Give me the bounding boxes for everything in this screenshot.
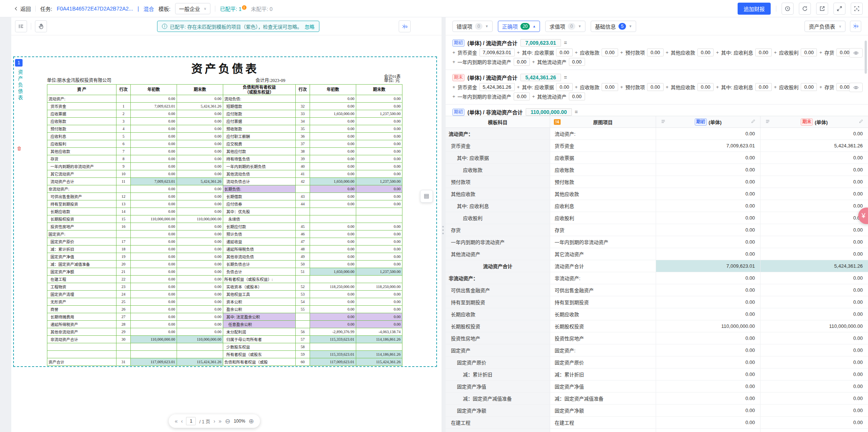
opening-value-cell[interactable]: 110,000,000.00 <box>656 320 761 332</box>
history-button[interactable] <box>782 3 794 15</box>
closing-value-cell[interactable]: 5,424,361.26 <box>761 140 868 152</box>
last-page-button[interactable]: » <box>219 418 222 424</box>
match-table-row[interactable]: 固定资产固定资产:0.000.00 <box>446 344 868 356</box>
match-table-row[interactable]: 应收账款应收账款0.000.00 <box>446 164 868 176</box>
operand-value[interactable]: 0.00 <box>697 83 714 91</box>
closing-value-cell[interactable]: 0.00 <box>761 356 868 368</box>
sheet-settings-button[interactable] <box>850 21 861 32</box>
opening-value-cell[interactable]: 0.00 <box>656 332 761 344</box>
opening-value-cell[interactable]: 0.00 <box>656 200 761 212</box>
match-table-row[interactable]: 固定资产净值固定资产净值0.000.00 <box>446 380 868 393</box>
closing-value-cell[interactable]: 0.00 <box>761 417 868 428</box>
operand-value[interactable]: 0.00 <box>801 49 817 56</box>
closing-value-cell[interactable]: 0.00 <box>761 152 868 164</box>
operand-value[interactable]: 0.00 <box>647 49 663 56</box>
opening-value-cell[interactable]: 0.00 <box>656 284 761 296</box>
opening-value-cell[interactable]: 0.00 <box>656 164 761 176</box>
focus-mode-button[interactable]: A <box>851 3 863 15</box>
match-table-row[interactable]: 其他流动资产其它流动资产0.000.00 <box>446 248 868 260</box>
operand-value[interactable]: 7,009,623.01 <box>479 49 515 56</box>
closing-value-cell[interactable]: 0.00 <box>761 200 868 212</box>
opening-value-cell[interactable]: 0.00 <box>656 356 761 368</box>
closing-value-cell[interactable]: 0.00 <box>761 164 868 176</box>
pan-tool-button[interactable] <box>35 20 47 32</box>
match-table-row[interactable]: 可供出售金融资产可供出售金融资产0.000.00 <box>446 284 868 296</box>
hamburger-icon[interactable] <box>661 119 666 125</box>
closing-value-cell[interactable]: 0.00 <box>761 188 868 200</box>
closing-value-cell[interactable]: 0.00 <box>761 368 868 380</box>
match-table-row[interactable]: 流动资产合计流动资产合计7,009,623.015,424,361.26 <box>446 260 868 272</box>
closing-value-cell[interactable]: 0.00 <box>761 284 868 296</box>
opening-value-cell[interactable]: 0.00 <box>656 236 761 248</box>
prev-page-button[interactable]: ‹ <box>181 418 183 424</box>
match-table-row[interactable]: 长期股权投资长期股权投资110,000,000.00110,000,000.00 <box>446 320 868 332</box>
fullscreen-button[interactable] <box>833 3 845 15</box>
operand-value[interactable]: 0.00 <box>556 49 572 56</box>
opening-value-cell[interactable]: 0.00 <box>656 393 761 404</box>
filter-button-求值项[interactable]: 求值项0▼ <box>545 21 585 32</box>
match-table-row[interactable]: 其他应收款其他应收款0.000.00 <box>446 188 868 200</box>
closing-value-cell[interactable]: 0.00 <box>761 393 868 404</box>
match-table-row[interactable]: 长期应收款长期应收款0.000.00 <box>446 308 868 320</box>
opening-value-cell[interactable]: 0.00 <box>656 429 761 432</box>
match-table-row[interactable]: 在建工程在建工程0.000.00 <box>446 417 868 429</box>
closing-value-cell[interactable]: 0.00 <box>761 332 868 344</box>
match-table-row[interactable]: 减：固定资产减值准备减：固定资产减值准备0.000.00 <box>446 393 868 405</box>
match-table-row[interactable]: 非流动资产：非流动资产:0.000.00 <box>446 272 868 284</box>
operand-value[interactable]: 0.00 <box>602 49 618 56</box>
opening-value-cell[interactable]: 0.00 <box>656 248 761 260</box>
closing-value-cell[interactable]: 0.00 <box>761 296 868 308</box>
operand-value[interactable]: 0.00 <box>569 92 585 100</box>
scrollbar-thumb[interactable] <box>865 41 867 74</box>
operand-value[interactable]: 5,424,361.26 <box>479 83 515 91</box>
match-table-row[interactable]: 其中: 应收利息应收利息0.000.00 <box>446 200 868 212</box>
opening-value-cell[interactable]: 0.00 <box>656 128 761 139</box>
operand-value[interactable]: 0.00 <box>697 49 714 56</box>
page-input[interactable] <box>186 417 196 425</box>
filter-button-基础信息[interactable]: 基础信息5▼ <box>591 21 636 32</box>
refresh-button[interactable] <box>799 3 811 15</box>
match-table-row[interactable]: 应收股利应收股利0.000.00 <box>446 212 868 224</box>
formula-total-value[interactable]: 110,000,000.00 <box>526 108 572 116</box>
match-table-row[interactable]: 其中: 应收票据应收票据0.000.00 <box>446 152 868 164</box>
append-report-button[interactable]: 追加财报 <box>738 3 771 15</box>
closing-value-cell[interactable]: 0.00 <box>761 212 868 224</box>
operand-value[interactable]: 0.00 <box>801 83 817 91</box>
opening-value-cell[interactable]: 0.00 <box>656 405 761 416</box>
template-select[interactable]: 一般企业 ∨ <box>175 3 211 14</box>
operand-value[interactable]: 0.00 <box>602 83 618 91</box>
pencil-icon[interactable] <box>751 119 756 125</box>
opening-value-cell[interactable]: 0.00 <box>656 212 761 224</box>
closing-value-cell[interactable]: 0.00 <box>761 236 868 248</box>
filter-button-错误项[interactable]: 错误项0▼ <box>452 21 493 32</box>
closing-value-cell[interactable]: 0.00 <box>761 128 868 139</box>
next-page-button[interactable]: › <box>213 418 215 424</box>
operand-value[interactable]: 0.00 <box>556 83 572 91</box>
closing-value-cell[interactable]: 0.00 <box>761 308 868 320</box>
eye-button[interactable] <box>849 48 863 58</box>
zoom-in-button[interactable]: ⊕ <box>249 418 254 424</box>
opening-value-cell[interactable]: 0.00 <box>656 224 761 236</box>
opening-value-cell[interactable]: 0.00 <box>656 417 761 428</box>
eye-button[interactable] <box>849 83 863 92</box>
zoom-out-button[interactable]: ⊖ <box>225 418 230 424</box>
filter-button-正确项[interactable]: 正确项20▲ <box>498 21 540 32</box>
match-table-row[interactable]: 减：累计折旧减：累计折旧0.000.00 <box>446 368 868 380</box>
operand-value[interactable]: 0.00 <box>569 58 585 66</box>
grid-view-button[interactable] <box>420 190 433 203</box>
match-table-row[interactable]: 货币资金货币资金7,009,623.015,424,361.26 <box>446 140 868 152</box>
operand-value[interactable]: 0.00 <box>755 83 771 91</box>
match-table-row[interactable]: 存货存货0.000.00 <box>446 224 868 236</box>
opening-value-cell[interactable]: 7,009,623.01 <box>656 260 761 272</box>
match-table-row[interactable]: 预付款项预付账款0.000.00 <box>446 176 868 188</box>
closing-value-cell[interactable]: 0.00 <box>761 344 868 356</box>
match-table-row[interactable]: 一年内到期的非流动资产一年内到期的非流动资产0.000.00 <box>446 236 868 248</box>
opening-value-cell[interactable]: 7,009,623.01 <box>656 140 761 152</box>
sheet-select[interactable]: 资产负债表 ∨ <box>804 21 845 32</box>
opening-value-cell[interactable]: 0.00 <box>656 380 761 392</box>
first-page-button[interactable]: « <box>175 418 178 424</box>
opening-value-cell[interactable]: 0.00 <box>656 308 761 320</box>
outline-toggle-button[interactable] <box>15 20 27 32</box>
match-table-row[interactable]: 固定资产净额固定资产净额0.000.00 <box>446 405 868 417</box>
operand-value[interactable]: 0.00 <box>514 58 530 66</box>
